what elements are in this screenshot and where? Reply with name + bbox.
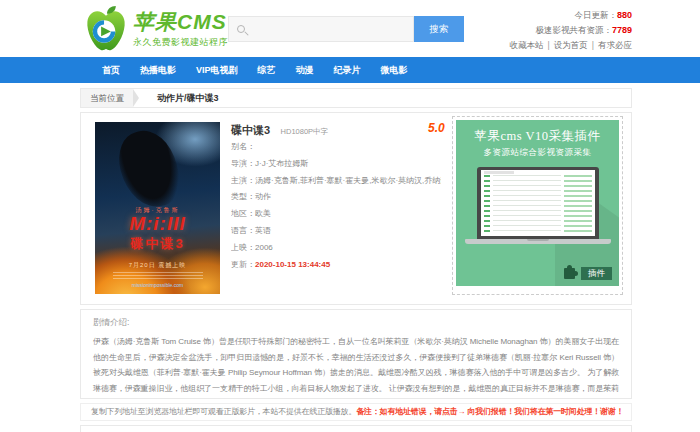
field-value: J·J·艾布拉姆斯 [255, 159, 308, 168]
screen-row-badges [484, 175, 490, 233]
breadcrumb: 当前位置 动作片/碟中谍3 [80, 88, 632, 108]
nav-item-micro-movie[interactable]: 微电影 [371, 57, 418, 83]
stat-today-value: 880 [617, 10, 632, 20]
stat-total-value: 7789 [612, 25, 632, 35]
synopsis-heading: 剧情介绍: [93, 317, 619, 329]
movie-field-genre: 类型：动作 [231, 189, 441, 206]
header-stats: 今日更新：880 极速影视共有资源：7789 收藏本站|设为首页|有求必应 [510, 8, 632, 53]
search-icon [237, 25, 245, 33]
movie-field-language: 语言：英语 [231, 223, 441, 240]
poster-release-caption: 7月20日 震撼上映 [95, 261, 220, 270]
plugin-ad-banner[interactable]: 苹果cms V10采集插件 多资源站综合影视资源采集 插件 [452, 116, 623, 295]
movie-title: 碟中谍3 [231, 124, 270, 136]
poster-credits-block [113, 272, 203, 280]
puzzle-icon [564, 268, 575, 279]
synopsis-text: 伊森（汤姆·克鲁斯 Tom Cruise 饰）曾是任职于特殊部门的秘密特工，自从… [93, 334, 619, 399]
breadcrumb-label: 当前位置 [81, 89, 133, 107]
nav-item-variety[interactable]: 综艺 [248, 57, 286, 83]
nav-item-documentary[interactable]: 纪录片 [324, 57, 371, 83]
source-section: 来源：线路一 [80, 425, 632, 432]
search-button[interactable]: 搜索 [414, 16, 464, 42]
movie-field-year: 上映：2006 [231, 240, 441, 257]
nav-item-vip-tv[interactable]: VIP电视剧 [186, 57, 248, 83]
laptop-illustration [477, 167, 599, 239]
stat-total-resources: 极速影视共有资源：7789 [510, 23, 632, 38]
poster-figure-silhouette [112, 124, 185, 213]
movie-poster: 汤姆·克鲁斯 M:i:III 碟中谍3 7月20日 震撼上映 missionim… [95, 122, 220, 294]
stat-today-update: 今日更新：880 [510, 8, 632, 23]
ad-badge-label: 插件 [581, 267, 612, 280]
notice-report-link[interactable]: 备注：如有地址错误，请点击→ 向我们报错！我们将在第一时间处理！谢谢！ [356, 407, 623, 416]
field-label: 别名： [231, 142, 255, 151]
field-value: 英语 [255, 226, 271, 235]
link-bookmark-site[interactable]: 收藏本站 [510, 40, 544, 50]
poster-title-en: M:i:III [95, 214, 220, 234]
notice-bar: 复制下列地址至浏览器地址栏即可观看正版影片，本站不提供在线正版播放。备注：如有地… [80, 403, 632, 421]
field-label: 类型： [231, 192, 255, 201]
chevron-right-icon [133, 89, 148, 107]
search-box [228, 16, 414, 42]
movie-field-alias: 别名： [231, 139, 441, 156]
site-header: 苹果CMS 永久免费影视建站程序 搜索 今日更新：880 极速影视共有资源：77… [0, 0, 700, 57]
content-column: 当前位置 动作片/碟中谍3 汤姆·克鲁斯 M:i:III 碟中谍3 7月20日 … [80, 88, 632, 432]
ad-subtitle: 多资源站综合影视资源采集 [456, 147, 619, 159]
field-label: 主演： [231, 176, 255, 185]
movie-detail-box: 汤姆·克鲁斯 M:i:III 碟中谍3 7月20日 震撼上映 missionim… [80, 112, 632, 305]
separator: | [548, 40, 550, 50]
field-value: 2020-10-15 13:44:45 [255, 260, 330, 269]
stat-total-label: 极速影视共有资源： [535, 25, 612, 35]
search-bar: 搜索 [228, 16, 464, 42]
field-value: 欧美 [255, 209, 271, 218]
movie-field-cast: 主演：汤姆·克鲁斯,菲利普·塞默·霍夫曼,米歇尔·莫纳汉,乔纳森·莱斯·梅耶 [231, 173, 441, 190]
field-value: 动作 [255, 192, 271, 201]
field-value: 汤姆·克鲁斯,菲利普·塞默·霍夫曼,米歇尔·莫纳汉,乔纳森·莱斯·梅耶 [255, 176, 441, 185]
main-nav: 首页 热播电影 VIP电视剧 综艺 动漫 纪录片 微电影 [0, 57, 700, 83]
movie-field-region: 地区：欧美 [231, 206, 441, 223]
field-value: 2006 [255, 243, 273, 252]
header-links: 收藏本站|设为首页|有求必应 [510, 38, 632, 53]
field-label: 语言： [231, 226, 255, 235]
field-label: 地区： [231, 209, 255, 218]
nav-item-home[interactable]: 首页 [92, 57, 130, 83]
movie-field-updated: 更新：2020-10-15 13:44:45 [231, 257, 441, 274]
movie-rating: 5.0 [428, 121, 445, 135]
field-label: 上映： [231, 243, 255, 252]
ad-title: 苹果cms V10采集插件 [456, 128, 619, 145]
nav-item-hot-movies[interactable]: 热播电影 [130, 57, 186, 83]
field-label: 更新： [231, 260, 255, 269]
synopsis-box: 剧情介绍: 伊森（汤姆·克鲁斯 Tom Cruise 饰）曾是任职于特殊部门的秘… [80, 309, 632, 399]
logo-text: 苹果CMS 永久免费影视建站程序 [133, 9, 228, 49]
laptop-screen [481, 170, 595, 236]
link-request[interactable]: 有求必应 [598, 40, 632, 50]
link-set-homepage[interactable]: 设为首页 [554, 40, 588, 50]
notice-text: 复制下列地址至浏览器地址栏即可观看正版影片，本站不提供在线正版播放。 [91, 407, 356, 416]
movie-info: 碟中谍3 HD1080P中字 别名： 导演：J·J·艾布拉姆斯 主演：汤姆·克鲁… [231, 121, 441, 273]
separator: | [592, 40, 594, 50]
site-logo[interactable]: 苹果CMS 永久免费影视建站程序 [84, 5, 228, 52]
logo-tagline: 永久免费影视建站程序 [133, 36, 228, 49]
poster-site-caption: missionimpossible.com [95, 282, 220, 288]
plugin-ad-content: 苹果cms V10采集插件 多资源站综合影视资源采集 插件 [456, 120, 619, 286]
nav-item-anime[interactable]: 动漫 [286, 57, 324, 83]
poster-title-cn: 碟中谍3 [95, 235, 220, 253]
movie-field-director: 导演：J·J·艾布拉姆斯 [231, 156, 441, 173]
screen-row-actions [564, 175, 592, 233]
stat-today-label: 今日更新： [574, 10, 617, 20]
laptop-base [465, 239, 611, 244]
search-input[interactable] [229, 17, 413, 41]
logo-title: 苹果CMS [133, 9, 228, 35]
movie-quality-badge: HD1080P中字 [281, 127, 329, 136]
breadcrumb-path[interactable]: 动作片/碟中谍3 [157, 92, 219, 105]
ad-badge: 插件 [564, 267, 612, 280]
movie-title-row: 碟中谍3 HD1080P中字 [231, 121, 441, 139]
screen-row-lines [493, 175, 561, 233]
field-label: 导演： [231, 159, 255, 168]
screen-tab-bar [484, 171, 514, 174]
apple-logo-icon [84, 5, 128, 52]
